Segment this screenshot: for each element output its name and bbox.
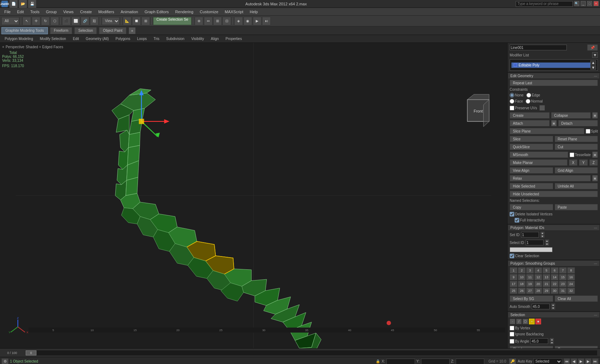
- by-angle-check[interactable]: By Angle: [510, 339, 529, 344]
- pb-tris[interactable]: Tris: [150, 36, 162, 42]
- tb-mat1[interactable]: ◈: [234, 17, 243, 25]
- modifier-up-btn[interactable]: ▲: [590, 60, 596, 65]
- select-id-down[interactable]: ▼: [545, 243, 549, 246]
- sg-2[interactable]: 2: [518, 267, 526, 274]
- sg-17[interactable]: 17: [510, 281, 518, 287]
- sg-4[interactable]: 4: [534, 267, 542, 274]
- selection-btn[interactable]: Selection: [74, 27, 97, 34]
- constraint-edge-radio[interactable]: [526, 93, 531, 98]
- sg-21[interactable]: 21: [542, 281, 550, 287]
- set-id-down[interactable]: ▼: [540, 235, 545, 238]
- hide-selected-btn[interactable]: Hide Selected: [510, 183, 553, 189]
- close-btn[interactable]: ×: [594, 1, 599, 6]
- sg-1[interactable]: 1: [510, 267, 518, 274]
- pb-visibility[interactable]: Visibility: [188, 36, 207, 42]
- sg-11[interactable]: 11: [526, 274, 534, 280]
- sg-13[interactable]: 13: [542, 274, 550, 280]
- menu-views[interactable]: Views: [60, 9, 76, 15]
- delete-isolated-checkbox[interactable]: [510, 212, 514, 216]
- tessellate-settings-btn[interactable]: ▣: [592, 151, 598, 158]
- sg-3[interactable]: 3: [526, 267, 534, 274]
- constraint-none[interactable]: None: [510, 93, 524, 98]
- constraint-edge[interactable]: Edge: [526, 93, 540, 98]
- tb-btn2[interactable]: ⬜: [71, 17, 80, 25]
- by-vertex-checkbox[interactable]: [510, 326, 514, 330]
- viewport-shading[interactable]: Shaded + Edged Faces: [26, 45, 63, 49]
- constraint-face[interactable]: Face: [510, 99, 523, 104]
- menu-group[interactable]: Group: [43, 9, 60, 15]
- preserve-uvs-checkbox[interactable]: [510, 106, 514, 110]
- toolbar-all-dropdown[interactable]: All: [1, 17, 19, 25]
- tb-move[interactable]: ✛: [32, 17, 40, 25]
- maximize-btn[interactable]: □: [587, 1, 592, 6]
- timeline-track[interactable]: 0: [26, 350, 597, 355]
- slice-plane-btn[interactable]: Slice Plane: [510, 128, 584, 134]
- make-planar-z-btn[interactable]: Z: [589, 159, 598, 166]
- sg-8[interactable]: 8: [567, 267, 575, 274]
- unhide-all-btn[interactable]: Unhide All: [555, 183, 598, 189]
- tb-mat2[interactable]: ◉: [244, 17, 252, 25]
- sg-29[interactable]: 29: [542, 288, 550, 294]
- sg-25[interactable]: 25: [510, 288, 518, 294]
- select-id-up[interactable]: ▲: [545, 239, 549, 243]
- grid-align-btn[interactable]: Grid Align: [555, 167, 598, 174]
- sg-31[interactable]: 31: [559, 288, 567, 294]
- sg-10[interactable]: 10: [518, 274, 526, 280]
- preserve-uvs-check[interactable]: Preserve UVs: [510, 106, 537, 110]
- tb-snap2[interactable]: 🔲: [132, 17, 141, 25]
- vertex-mode-icon[interactable]: ·: [510, 319, 515, 324]
- tb-select[interactable]: ↖: [22, 17, 31, 25]
- clear-all-btn[interactable]: Clear All: [555, 295, 598, 302]
- copy-btn[interactable]: Copy: [510, 204, 553, 210]
- next-btn[interactable]: ▶: [585, 358, 591, 364]
- hide-unselected-btn[interactable]: Hide Unselected: [510, 191, 598, 197]
- slice-btn[interactable]: Slice: [510, 136, 553, 142]
- tb-snap3[interactable]: ⊞: [141, 17, 150, 25]
- prev-frame-btn[interactable]: ⏮: [564, 358, 570, 364]
- delete-isolated-check[interactable]: Delete Isolated Vertices: [510, 212, 552, 216]
- view-align-btn[interactable]: View Align: [510, 167, 553, 174]
- graphite-modeling-tools-btn[interactable]: Graphite Modeling Tools: [1, 27, 48, 34]
- sg-16[interactable]: 16: [567, 274, 575, 280]
- tessellate-checkbox[interactable]: [570, 153, 574, 157]
- angle-down[interactable]: ▼: [550, 341, 554, 344]
- play-btn[interactable]: ▶: [578, 358, 584, 364]
- sg-19[interactable]: 19: [526, 281, 534, 287]
- menu-animation[interactable]: Animation: [118, 9, 141, 15]
- relax-btn[interactable]: Relax: [510, 175, 591, 181]
- menu-file[interactable]: File: [1, 9, 14, 15]
- constraint-face-radio[interactable]: [510, 99, 514, 104]
- freeform-btn[interactable]: Freeform: [50, 27, 72, 34]
- sg-7[interactable]: 7: [559, 267, 567, 274]
- pb-modify-selection[interactable]: Modify Selection: [37, 36, 69, 42]
- full-interactivity-checkbox[interactable]: [515, 218, 519, 223]
- ignore-backfacing-checkbox[interactable]: [510, 332, 514, 336]
- detach-btn[interactable]: Detach: [558, 120, 598, 126]
- viewport-plus[interactable]: +: [2, 45, 4, 49]
- make-planar-btn[interactable]: Make Planar: [510, 159, 568, 166]
- menu-rendering[interactable]: Rendering: [172, 9, 196, 15]
- create-btn[interactable]: Create: [510, 112, 550, 119]
- viewport-perspective[interactable]: Perspective: [6, 45, 24, 49]
- sg-12[interactable]: 12: [534, 274, 542, 280]
- pb-edit[interactable]: Edit: [70, 36, 82, 42]
- reset-plane-btn[interactable]: Reset Plane: [555, 136, 598, 142]
- tb-scale[interactable]: ⬡: [50, 17, 59, 25]
- tb-rotate[interactable]: ↻: [41, 17, 50, 25]
- sg-22[interactable]: 22: [551, 281, 559, 287]
- make-planar-x-btn[interactable]: X: [569, 159, 578, 166]
- tb-render1[interactable]: ▶: [253, 17, 261, 25]
- paste-btn[interactable]: Paste: [555, 204, 598, 210]
- polygon-mode-icon[interactable]: ▪: [529, 319, 535, 324]
- sg-24[interactable]: 24: [567, 281, 575, 287]
- toolbar-view-dropdown[interactable]: View: [102, 17, 120, 25]
- sg-15[interactable]: 15: [559, 274, 567, 280]
- search-input[interactable]: [516, 1, 573, 7]
- timeline-thumb[interactable]: 0: [26, 350, 36, 355]
- minimize-btn[interactable]: _: [581, 1, 586, 6]
- sg-6[interactable]: 6: [551, 267, 559, 274]
- relax-settings-btn[interactable]: ▣: [592, 175, 598, 181]
- tb-array[interactable]: ⊞: [213, 17, 222, 25]
- clear-selection-checkbox[interactable]: [510, 254, 514, 258]
- edge-mode-icon[interactable]: /: [516, 319, 522, 324]
